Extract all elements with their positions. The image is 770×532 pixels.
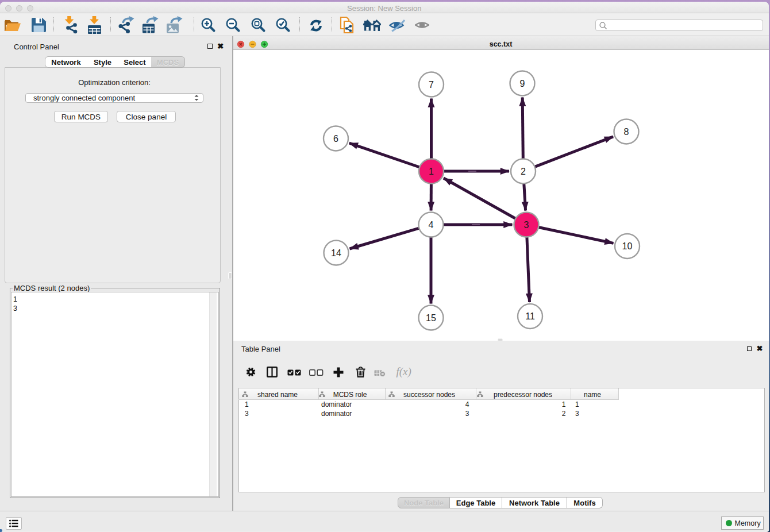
svg-text:15: 15 — [426, 313, 436, 322]
svg-text:4: 4 — [428, 219, 433, 229]
svg-text:10: 10 — [622, 241, 632, 251]
svg-text:1: 1 — [429, 166, 434, 176]
svg-text:6: 6 — [333, 133, 338, 143]
svg-text:7: 7 — [429, 79, 434, 89]
svg-text:3: 3 — [523, 219, 529, 229]
svg-text:14: 14 — [331, 248, 341, 257]
svg-text:11: 11 — [525, 311, 535, 321]
svg-text:2: 2 — [521, 166, 526, 176]
svg-text:8: 8 — [623, 126, 629, 136]
svg-text:9: 9 — [519, 78, 525, 88]
